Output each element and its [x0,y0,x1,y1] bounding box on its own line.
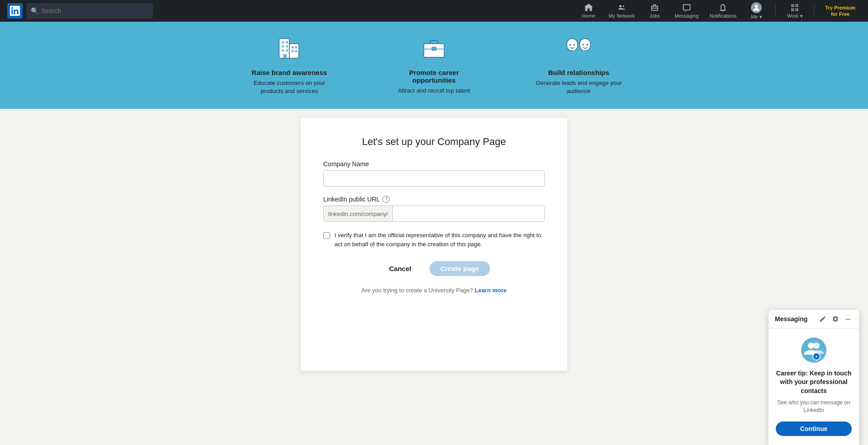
svg-rect-16 [797,8,798,9]
svg-rect-34 [432,47,436,51]
messaging-avatar: + [801,337,826,363]
hero-brand-title: Raise brand awareness [252,69,327,76]
messaging-title: Messaging [775,315,807,323]
main-content: Let's set up your Company Page Company N… [0,109,868,380]
faces-icon [565,35,592,62]
url-input-row: linkedin.com/company/ [323,206,545,222]
svg-rect-13 [792,10,793,11]
nav-divider [775,4,776,18]
hero-banner: Raise brand awareness Educate customers … [0,22,868,109]
svg-rect-18 [797,10,798,11]
svg-point-2 [755,5,758,8]
svg-point-37 [573,44,575,46]
nav-me[interactable]: Me ▾ [743,0,770,22]
try-premium-button[interactable]: Try Premium for Free [820,0,861,22]
svg-rect-12 [793,8,794,9]
svg-rect-9 [796,5,797,6]
linkedin-logo[interactable] [7,3,23,19]
svg-rect-5 [792,5,793,6]
form-title: Let's set up your Company Page [323,136,545,148]
cancel-button[interactable]: Cancel [378,261,422,276]
search-bar[interactable]: 🔍 [26,3,153,19]
svg-rect-22 [286,42,288,44]
messaging-minimize-button[interactable] [844,314,853,323]
messaging-body: + Career tip: Keep in touch with your pr… [769,328,859,445]
url-group: LinkedIn public URL ? linkedin.com/compa… [323,196,545,222]
search-icon: 🔍 [31,7,38,14]
svg-rect-42 [582,50,585,52]
svg-rect-4 [793,4,794,5]
nav-notifications-label: Notifications [709,13,736,19]
me-avatar [751,2,762,13]
hero-career-title: Promote career opportunities [389,69,479,84]
url-label-row: LinkedIn public URL ? [323,196,545,203]
svg-rect-3 [792,4,793,5]
learn-more-link[interactable]: Learn more [475,287,507,294]
university-question: Are you trying to create a University Pa… [361,287,473,294]
verify-label: I verify that I am the official represen… [335,231,545,248]
nav-home[interactable]: Home [575,0,602,22]
company-name-label: Company Name [323,160,545,168]
svg-rect-30 [295,50,297,52]
verify-checkbox[interactable] [323,232,330,239]
svg-rect-21 [282,42,284,44]
svg-point-0 [619,5,622,7]
svg-point-40 [586,44,588,46]
nav-home-label: Home [582,13,595,19]
nav-network-label: My Network [609,13,635,19]
company-page-form: Let's set up your Company Page Company N… [301,118,567,371]
svg-rect-14 [793,10,794,11]
verify-row: I verify that I am the official represen… [323,231,545,248]
nav-jobs[interactable]: Jobs [641,0,668,22]
hero-rel-desc: Generate leads and engage your audience [533,79,624,95]
premium-line1: Try Premium [825,5,855,11]
messaging-tip-title: Career tip: Keep in touch with your prof… [776,369,852,396]
svg-point-44 [813,342,820,349]
messaging-compose-button[interactable] [818,314,827,323]
hero-item-brand: Raise brand awareness Educate customers … [244,35,335,95]
url-label: LinkedIn public URL [323,196,380,203]
nav-divider-2 [814,4,814,18]
svg-rect-28 [295,47,297,49]
url-input[interactable] [393,206,544,221]
svg-rect-11 [792,8,793,9]
nav-work-label: Work ▾ [787,13,803,19]
messaging-settings-button[interactable] [831,314,840,323]
create-page-button[interactable]: Create page [429,261,490,276]
messaging-avatar-bg: + [801,337,826,363]
svg-rect-26 [286,50,288,52]
university-text: Are you trying to create a University Pa… [323,287,545,294]
nav-notifications[interactable]: Notifications [705,0,741,22]
company-name-group: Company Name [323,160,545,187]
messaging-panel: Messaging + [769,310,859,445]
messaging-continue-button[interactable]: Continue [776,422,852,436]
form-actions: Cancel Create page [323,261,545,276]
nav-messaging-label: Messaging [675,13,698,19]
nav-my-network[interactable]: My Network [604,0,639,22]
svg-rect-41 [573,50,576,52]
search-input[interactable] [41,7,148,14]
svg-rect-6 [793,5,794,6]
svg-rect-17 [796,10,797,11]
messaging-tip-desc: See who you can message on LinkedIn [776,399,852,414]
svg-rect-15 [796,8,797,9]
url-info-icon[interactable]: ? [382,196,390,203]
url-prefix: linkedin.com/company/ [324,206,393,221]
nav-jobs-label: Jobs [650,13,660,19]
navbar: 🔍 Home My Network Jobs Messaging Notific… [0,0,868,22]
briefcase-icon [420,35,448,62]
nav-work[interactable]: Work ▾ [781,0,808,22]
svg-rect-27 [292,47,294,49]
nav-messaging[interactable]: Messaging [670,0,703,22]
building-icon [276,35,303,62]
svg-point-39 [582,44,584,46]
svg-point-1 [623,5,624,7]
nav-me-label: Me ▾ [751,14,762,20]
svg-rect-8 [797,4,798,5]
svg-rect-10 [797,5,798,6]
svg-rect-29 [292,50,294,52]
svg-rect-24 [286,46,288,48]
hero-brand-desc: Educate customers on your products and s… [244,79,335,95]
company-name-input[interactable] [323,170,545,187]
premium-line2: for Free [831,11,849,17]
